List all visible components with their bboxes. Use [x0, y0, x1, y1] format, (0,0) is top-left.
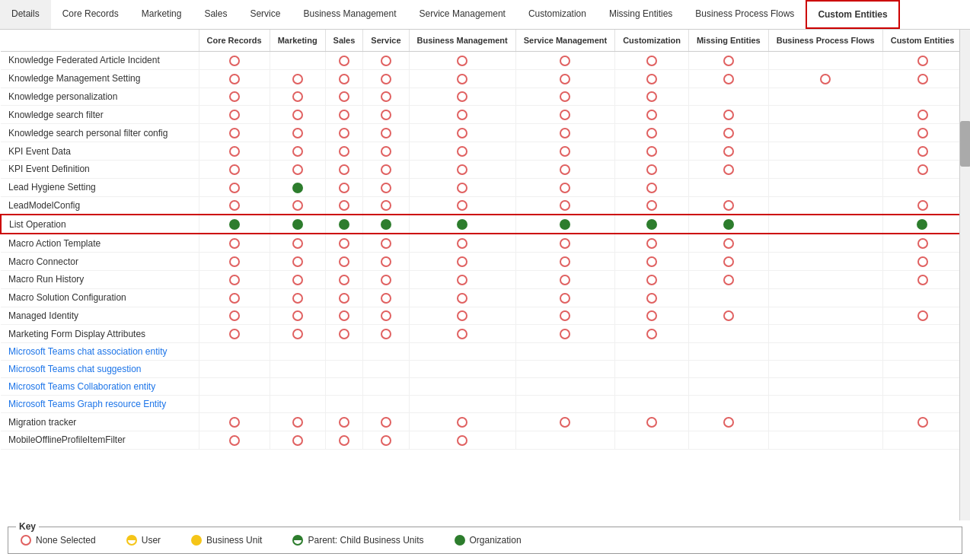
entity-cell[interactable]: [409, 270, 515, 288]
entity-cell[interactable]: [363, 307, 409, 325]
tab-bpf[interactable]: Business Process Flows: [684, 0, 806, 29]
entity-cell[interactable]: [199, 234, 270, 252]
entity-cell[interactable]: [768, 88, 882, 106]
entity-cell[interactable]: [199, 378, 270, 396]
tab-service-mgmt[interactable]: Service Management: [408, 0, 517, 29]
entity-cell[interactable]: [615, 288, 689, 307]
tab-core-records[interactable]: Core Records: [51, 0, 130, 29]
entity-cell[interactable]: [615, 52, 689, 70]
entity-cell[interactable]: [515, 325, 614, 343]
entity-cell[interactable]: [325, 396, 363, 413]
entity-cell[interactable]: [882, 343, 959, 361]
entity-cell[interactable]: [270, 215, 325, 234]
entity-cell[interactable]: [515, 270, 614, 288]
entity-cell[interactable]: [615, 270, 689, 288]
entity-cell[interactable]: [409, 325, 515, 343]
entity-cell[interactable]: [363, 253, 409, 271]
entity-cell[interactable]: [615, 413, 689, 431]
entity-cell[interactable]: [768, 215, 882, 234]
entity-cell[interactable]: [199, 160, 270, 178]
entity-cell[interactable]: [768, 270, 882, 288]
entity-cell[interactable]: [768, 378, 882, 396]
entity-name[interactable]: Microsoft Teams Collaboration entity: [1, 378, 199, 396]
entity-cell[interactable]: [409, 378, 515, 396]
scrollbar-track[interactable]: [959, 30, 970, 520]
entity-cell[interactable]: [768, 69, 882, 88]
entity-cell[interactable]: [882, 413, 959, 431]
tab-custom-entities[interactable]: Custom Entities: [806, 0, 899, 29]
entity-cell[interactable]: [515, 124, 614, 142]
entity-cell[interactable]: [615, 361, 689, 378]
entity-cell[interactable]: [325, 215, 363, 234]
entity-cell[interactable]: [882, 178, 959, 196]
entity-cell[interactable]: [199, 178, 270, 196]
entity-cell[interactable]: [768, 413, 882, 431]
entity-cell[interactable]: [409, 52, 515, 70]
entity-cell[interactable]: [615, 325, 689, 343]
entity-cell[interactable]: [363, 413, 409, 431]
tab-business-mgmt[interactable]: Business Management: [292, 0, 407, 29]
entity-cell[interactable]: [409, 106, 515, 124]
entity-cell[interactable]: [615, 378, 689, 396]
entity-cell[interactable]: [363, 106, 409, 124]
entity-cell[interactable]: [882, 69, 959, 88]
tab-service[interactable]: Service: [238, 0, 292, 29]
entity-cell[interactable]: [409, 413, 515, 431]
entity-cell[interactable]: [515, 288, 614, 307]
entity-cell[interactable]: [882, 88, 959, 106]
entity-cell[interactable]: [615, 178, 689, 196]
entity-cell[interactable]: [768, 196, 882, 215]
entity-cell[interactable]: [199, 325, 270, 343]
entity-cell[interactable]: [363, 142, 409, 161]
entity-cell[interactable]: [270, 396, 325, 413]
entity-cell[interactable]: [270, 378, 325, 396]
entity-cell[interactable]: [515, 307, 614, 325]
tab-marketing[interactable]: Marketing: [130, 0, 193, 29]
entity-cell[interactable]: [270, 106, 325, 124]
entity-cell[interactable]: [688, 160, 768, 178]
entity-cell[interactable]: [768, 234, 882, 252]
entity-cell[interactable]: [688, 234, 768, 252]
entity-cell[interactable]: [688, 288, 768, 307]
entity-cell[interactable]: [515, 431, 614, 450]
entity-cell[interactable]: [515, 253, 614, 271]
entity-cell[interactable]: [882, 106, 959, 124]
entity-cell[interactable]: [515, 160, 614, 178]
entity-cell[interactable]: [325, 307, 363, 325]
entity-cell[interactable]: [688, 307, 768, 325]
entity-cell[interactable]: [325, 142, 363, 161]
entity-cell[interactable]: [688, 88, 768, 106]
entity-cell[interactable]: [515, 178, 614, 196]
entity-cell[interactable]: [882, 378, 959, 396]
entity-cell[interactable]: [363, 288, 409, 307]
entity-cell[interactable]: [363, 361, 409, 378]
entity-cell[interactable]: [199, 396, 270, 413]
entity-cell[interactable]: [363, 88, 409, 106]
entity-cell[interactable]: [409, 253, 515, 271]
entity-cell[interactable]: [882, 142, 959, 161]
entity-cell[interactable]: [409, 69, 515, 88]
entity-cell[interactable]: [615, 106, 689, 124]
entity-cell[interactable]: [688, 378, 768, 396]
entity-cell[interactable]: [409, 160, 515, 178]
entity-cell[interactable]: [882, 52, 959, 70]
entity-cell[interactable]: [409, 196, 515, 215]
entity-cell[interactable]: [768, 52, 882, 70]
entity-cell[interactable]: [363, 69, 409, 88]
entity-cell[interactable]: [325, 361, 363, 378]
entity-cell[interactable]: [325, 270, 363, 288]
entity-cell[interactable]: [363, 160, 409, 178]
entity-cell[interactable]: [325, 160, 363, 178]
tab-missing-entities[interactable]: Missing Entities: [598, 0, 684, 29]
entity-cell[interactable]: [768, 325, 882, 343]
entity-cell[interactable]: [615, 196, 689, 215]
entity-cell[interactable]: [409, 431, 515, 450]
entity-cell[interactable]: [325, 413, 363, 431]
entity-cell[interactable]: [515, 215, 614, 234]
entity-cell[interactable]: [688, 431, 768, 450]
entity-cell[interactable]: [688, 196, 768, 215]
entity-cell[interactable]: [688, 215, 768, 234]
entity-cell[interactable]: [515, 361, 614, 378]
entity-cell[interactable]: [515, 343, 614, 361]
entity-cell[interactable]: [768, 307, 882, 325]
